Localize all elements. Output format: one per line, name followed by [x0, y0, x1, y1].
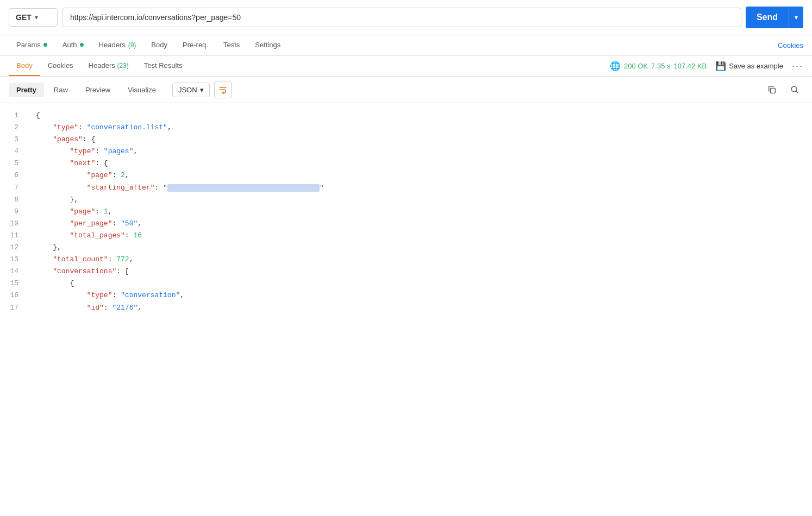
response-tabs: Body Cookies Headers (23) Test Results 🌐… [0, 56, 812, 77]
globe-icon: 🌐 [610, 61, 621, 71]
tab-response-cookies[interactable]: Cookies [40, 56, 81, 76]
url-input[interactable] [62, 8, 741, 27]
tab-params[interactable]: Params [9, 35, 55, 55]
auth-dot [80, 43, 84, 47]
code-line-6: "page": 2, [36, 169, 803, 181]
tab-auth[interactable]: Auth [55, 35, 91, 55]
tab-tests[interactable]: Tests [216, 35, 247, 55]
tab-settings[interactable]: Settings [247, 35, 288, 55]
code-line-8: }, [36, 194, 803, 206]
tab-auth-label: Auth [63, 41, 77, 49]
tab-prereq-label: Pre-req. [183, 41, 208, 49]
code-line-11: "total_pages": 16 [36, 230, 803, 242]
search-button[interactable] [786, 81, 803, 98]
tab-headers-label: Headers [99, 41, 126, 49]
code-line-17: "id": "2176", [36, 302, 803, 314]
save-example-button[interactable]: 💾 Save as example [715, 61, 783, 71]
method-label: GET [16, 13, 32, 22]
view-raw-button[interactable]: Raw [46, 83, 76, 97]
status-ok-group: 🌐 200 OK 7.35 s 107.42 KB [610, 61, 707, 71]
more-options-button[interactable]: ··· [792, 60, 803, 72]
code-line-2: "type": "conversation.list", [36, 122, 803, 134]
status-time: 7.35 s [651, 62, 670, 70]
code-line-7: "starting_after": "" [36, 182, 803, 194]
code-line-5: "next": { [36, 158, 803, 169]
request-tabs: Params Auth Headers (9) Body Pre-req. Te… [0, 35, 812, 56]
status-code: 200 OK [624, 62, 648, 70]
wrap-button[interactable] [214, 81, 232, 98]
tab-body[interactable]: Body [143, 35, 175, 55]
svg-rect-0 [770, 88, 775, 93]
send-label: Send [746, 7, 789, 28]
code-line-13: "total_count": 772, [36, 254, 803, 266]
tab-response-headers[interactable]: Headers (23) [81, 56, 136, 76]
save-icon: 💾 [715, 61, 726, 71]
params-dot [43, 43, 47, 47]
view-preview-button[interactable]: Preview [78, 83, 118, 97]
top-bar: GET ▾ Send ▾ [0, 0, 812, 35]
code-line-10: "per_page": "50", [36, 218, 803, 230]
tab-test-results-label: Test Results [144, 61, 183, 70]
format-chevron-icon: ▾ [200, 86, 204, 94]
tab-headers[interactable]: Headers (9) [91, 35, 144, 55]
code-line-1: { [36, 110, 803, 122]
format-select[interactable]: JSON ▾ [172, 83, 210, 97]
response-headers-badge: (23) [117, 62, 128, 70]
code-line-9: "page": 1, [36, 206, 803, 218]
code-content: { "type": "conversation.list", "pages": … [27, 110, 812, 314]
code-line-16: "type": "conversation", [36, 290, 803, 301]
tab-response-headers-label: Headers [89, 61, 115, 70]
method-chevron-icon: ▾ [35, 14, 38, 21]
copy-button[interactable] [763, 81, 780, 98]
save-example-label: Save as example [729, 62, 783, 70]
code-line-4: "type": "pages", [36, 146, 803, 158]
line-numbers: 1 2 3 4 5 6 7 8 9 10 11 12 13 14 15 16 1… [0, 110, 27, 314]
tab-params-label: Params [16, 41, 41, 49]
code-line-12: }, [36, 242, 803, 254]
svg-point-1 [791, 86, 797, 92]
tab-tests-label: Tests [223, 41, 240, 49]
code-area: 1 2 3 4 5 6 7 8 9 10 11 12 13 14 15 16 1… [0, 103, 812, 320]
response-status: 🌐 200 OK 7.35 s 107.42 KB 💾 Save as exam… [610, 60, 803, 72]
code-line-3: "pages": { [36, 134, 803, 146]
send-button[interactable]: Send ▾ [746, 7, 803, 28]
status-size: 107.42 KB [674, 62, 707, 70]
tab-prereq[interactable]: Pre-req. [175, 35, 216, 55]
tab-response-cookies-label: Cookies [48, 61, 73, 70]
code-line-14: "conversations": [ [36, 266, 803, 278]
cookies-link[interactable]: Cookies [778, 41, 803, 49]
view-visualize-button[interactable]: Visualize [120, 83, 164, 97]
tab-response-body-label: Body [16, 61, 33, 70]
format-bar: Pretty Raw Preview Visualize JSON ▾ [0, 77, 812, 103]
tab-body-label: Body [151, 41, 167, 49]
method-select[interactable]: GET ▾ [9, 8, 58, 27]
tab-test-results[interactable]: Test Results [136, 56, 190, 76]
format-label: JSON [178, 86, 197, 94]
tab-response-body[interactable]: Body [9, 56, 40, 76]
send-dropdown-icon[interactable]: ▾ [789, 7, 803, 28]
format-actions [763, 81, 803, 98]
code-line-15: { [36, 278, 803, 290]
tab-settings-label: Settings [255, 41, 280, 49]
view-pretty-button[interactable]: Pretty [9, 83, 44, 97]
headers-badge: (9) [128, 41, 136, 49]
